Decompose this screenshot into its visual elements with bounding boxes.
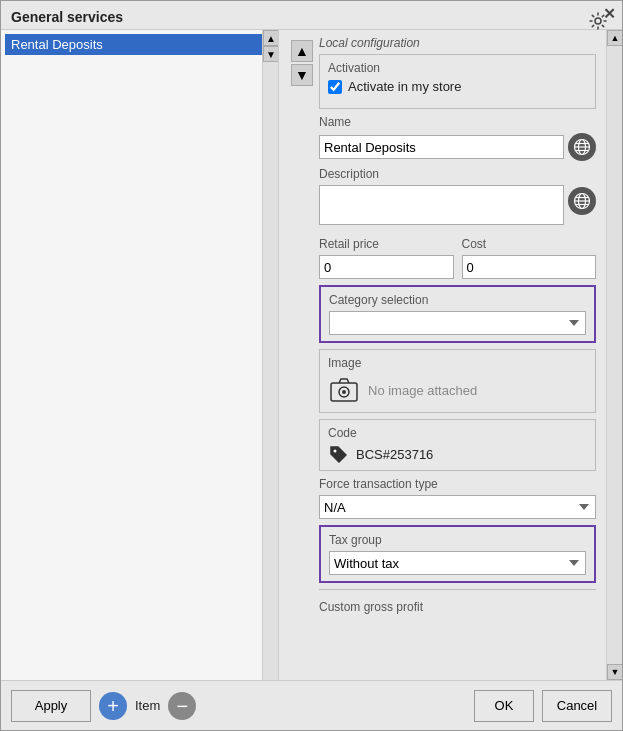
description-field-row — [319, 185, 596, 225]
left-panel: Rental Deposits ▲ ▼ — [1, 30, 279, 680]
title-bar: General services ✕ — [1, 1, 622, 30]
right-scroll-track — [607, 46, 622, 664]
list-item[interactable]: Rental Deposits — [5, 34, 274, 55]
activation-group-title: Activation — [328, 61, 587, 75]
scroll-down-button[interactable]: ▼ — [263, 46, 279, 62]
dialog-title: General services — [11, 9, 123, 25]
move-up-button[interactable]: ▲ — [291, 40, 313, 62]
retail-price-label: Retail price — [319, 237, 454, 251]
right-panel: ▲ ▼ Local configuration Activation Activ… — [279, 30, 606, 680]
camera-icon[interactable] — [328, 374, 360, 406]
transaction-select[interactable]: N/A — [319, 495, 596, 519]
close-icon: ✕ — [603, 5, 616, 23]
custom-gross-label: Custom gross profit — [319, 600, 596, 614]
category-label: Category selection — [329, 293, 586, 307]
retail-price-input[interactable] — [319, 255, 454, 279]
category-section: Category selection — [319, 285, 596, 343]
name-label: Name — [319, 115, 596, 129]
list-scrollbar: ▲ ▼ — [262, 30, 278, 680]
name-section: Name — [319, 115, 596, 161]
main-content: Rental Deposits ▲ ▼ ▲ ▼ Local configurat… — [1, 30, 622, 680]
right-content: Local configuration Activation Activate … — [319, 36, 596, 618]
name-globe-button[interactable] — [568, 133, 596, 161]
svg-point-13 — [342, 390, 346, 394]
image-section: Image No imag — [319, 349, 596, 413]
cost-col: Cost — [462, 231, 597, 279]
code-content: BCS#253716 — [328, 444, 587, 464]
close-button[interactable]: ✕ — [600, 5, 618, 23]
description-label: Description — [319, 167, 596, 181]
arrows-panel: ▲ ▼ — [289, 36, 315, 90]
bottom-right: OK Cancel — [474, 690, 612, 722]
right-scroll-down-button[interactable]: ▼ — [607, 664, 622, 680]
general-services-dialog: General services ✕ Rental Deposits ▲ ▼ — [0, 0, 623, 731]
cancel-button[interactable]: Cancel — [542, 690, 612, 722]
custom-gross-section: Custom gross profit — [319, 589, 596, 614]
code-label: Code — [328, 426, 587, 440]
no-image-text: No image attached — [368, 383, 477, 398]
svg-point-14 — [334, 450, 337, 453]
tax-section: Tax group Without tax — [319, 525, 596, 583]
image-label: Image — [328, 356, 587, 370]
description-globe-button[interactable] — [568, 187, 596, 215]
scroll-up-button[interactable]: ▲ — [263, 30, 279, 46]
transaction-label: Force transaction type — [319, 477, 596, 491]
cost-label: Cost — [462, 237, 597, 251]
activation-section: Activation Activate in my store — [319, 54, 596, 109]
transaction-section: Force transaction type N/A — [319, 477, 596, 519]
bottom-left: Apply + Item − — [11, 690, 196, 722]
local-config-label: Local configuration — [319, 36, 596, 50]
right-scrollbar: ▲ ▼ — [606, 30, 622, 680]
description-input[interactable] — [319, 185, 564, 225]
bottom-bar: Apply + Item − OK Cancel — [1, 680, 622, 730]
move-down-button[interactable]: ▼ — [291, 64, 313, 86]
retail-price-col: Retail price — [319, 231, 454, 279]
activate-checkbox[interactable] — [328, 80, 342, 94]
code-section: Code BCS#253716 — [319, 419, 596, 471]
image-content: No image attached — [328, 374, 587, 406]
description-section: Description — [319, 167, 596, 225]
ok-button[interactable]: OK — [474, 690, 534, 722]
tax-select[interactable]: Without tax — [329, 551, 586, 575]
remove-icon: − — [176, 696, 188, 716]
remove-item-button[interactable]: − — [168, 692, 196, 720]
add-item-button[interactable]: + — [99, 692, 127, 720]
activate-label: Activate in my store — [348, 79, 461, 94]
item-label: Item — [135, 698, 160, 713]
list-area: Rental Deposits — [1, 30, 278, 680]
category-select[interactable] — [329, 311, 586, 335]
cost-input[interactable] — [462, 255, 597, 279]
tax-label: Tax group — [329, 533, 586, 547]
code-value: BCS#253716 — [356, 447, 433, 462]
name-field-row — [319, 133, 596, 161]
name-input[interactable] — [319, 135, 564, 159]
add-icon: + — [107, 696, 119, 716]
price-cost-row: Retail price Cost — [319, 231, 596, 279]
activation-row: Activate in my store — [328, 79, 587, 94]
apply-button[interactable]: Apply — [11, 690, 91, 722]
top-row: ▲ ▼ Local configuration Activation Activ… — [289, 36, 596, 618]
tag-icon — [328, 444, 348, 464]
